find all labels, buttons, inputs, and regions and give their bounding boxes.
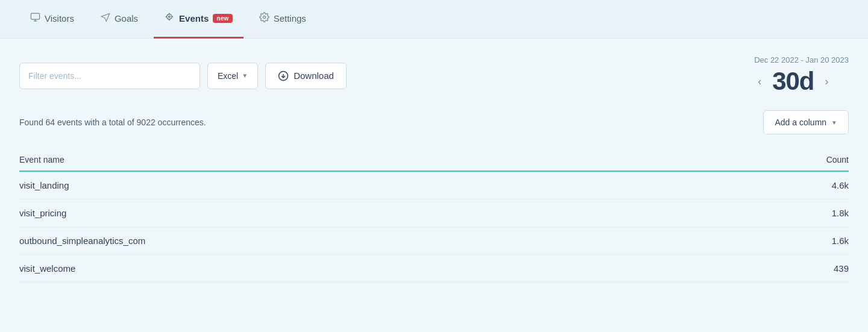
date-nav: ‹ 30d ›: [754, 67, 849, 96]
visitors-icon: [30, 12, 40, 25]
event-name-cell: visit_landing: [19, 171, 723, 199]
svg-point-5: [168, 16, 170, 17]
nav-goals[interactable]: Goals: [90, 0, 149, 39]
summary-row: Found 64 events with a total of 9022 occ…: [19, 110, 849, 134]
table-row[interactable]: outbound_simpleanalytics_com1.6k: [19, 227, 849, 255]
summary-text: Found 64 events with a total of 9022 occ…: [19, 117, 206, 127]
add-column-arrow: ▼: [831, 119, 837, 126]
table-row[interactable]: visit_pricing1.8k: [19, 199, 849, 227]
table-header-row: Event name Count: [19, 149, 849, 171]
date-prev-arrow[interactable]: ‹: [754, 73, 765, 90]
count-cell: 4.6k: [723, 171, 849, 199]
table-row[interactable]: visit_landing4.6k: [19, 171, 849, 199]
nav-settings-label: Settings: [274, 13, 306, 23]
date-range-label: Dec 22 2022 - Jan 20 2023: [754, 55, 849, 64]
date-period: 30d: [772, 67, 814, 96]
col-header-count: Count: [723, 149, 849, 171]
col-header-event-name: Event name: [19, 149, 723, 171]
excel-button[interactable]: Excel ▼: [207, 63, 258, 89]
download-label: Download: [294, 70, 334, 81]
table-row[interactable]: visit_welcome439: [19, 255, 849, 283]
date-next-arrow[interactable]: ›: [822, 73, 832, 90]
events-badge: new: [213, 14, 232, 23]
svg-point-4: [167, 14, 172, 19]
main-content: Excel ▼ Download Dec 22 2022 - Jan 20 20…: [0, 39, 868, 283]
nav-settings[interactable]: Settings: [248, 0, 317, 39]
date-range-container: Dec 22 2022 - Jan 20 2023 ‹ 30d ›: [754, 55, 849, 96]
add-column-label: Add a column: [775, 117, 826, 127]
top-toolbar: Excel ▼ Download Dec 22 2022 - Jan 20 20…: [19, 55, 849, 96]
svg-rect-0: [31, 13, 39, 19]
nav-visitors-label: Visitors: [45, 13, 74, 23]
count-cell: 1.6k: [723, 227, 849, 255]
nav-visitors[interactable]: Visitors: [19, 0, 85, 39]
download-button[interactable]: Download: [265, 63, 347, 89]
goals-icon: [101, 12, 110, 25]
download-icon: [278, 70, 289, 81]
toolbar-left: Excel ▼ Download: [19, 63, 347, 89]
event-name-cell: visit_welcome: [19, 255, 723, 283]
events-icon: [165, 12, 175, 25]
main-nav: Visitors Goals Events new: [0, 0, 868, 39]
svg-marker-3: [101, 13, 109, 21]
excel-dropdown-arrow: ▼: [242, 72, 248, 79]
count-cell: 439: [723, 255, 849, 283]
excel-label: Excel: [218, 71, 238, 81]
settings-icon: [259, 12, 269, 25]
nav-events-label: Events: [179, 13, 209, 23]
nav-goals-label: Goals: [115, 13, 138, 23]
nav-events[interactable]: Events new: [154, 0, 244, 39]
event-name-cell: visit_pricing: [19, 199, 723, 227]
count-cell: 1.8k: [723, 199, 849, 227]
event-name-cell: outbound_simpleanalytics_com: [19, 227, 723, 255]
filter-events-input[interactable]: [19, 63, 200, 89]
events-table: Event name Count visit_landing4.6kvisit_…: [19, 149, 849, 283]
add-column-button[interactable]: Add a column ▼: [763, 110, 849, 134]
svg-point-10: [263, 16, 265, 18]
